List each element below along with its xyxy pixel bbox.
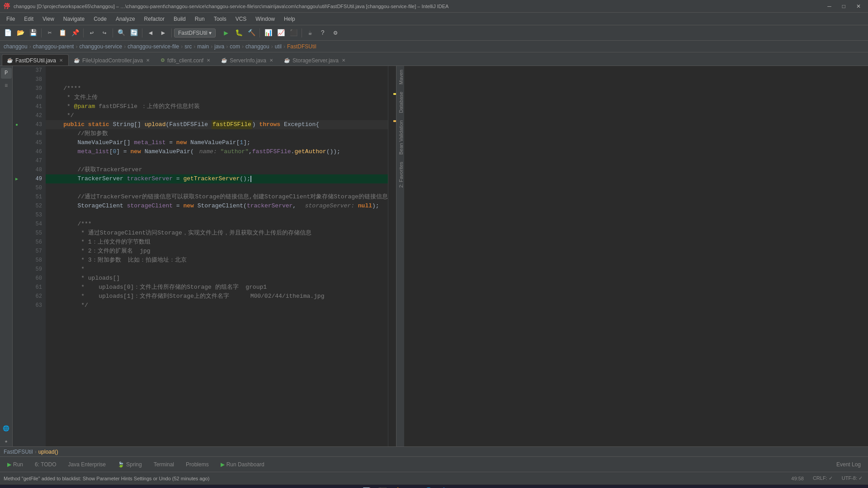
breadcrumb-java[interactable]: java: [214, 43, 224, 50]
breadcrumb-main[interactable]: main: [197, 43, 209, 50]
bean-validation-panel[interactable]: Bean Validation: [396, 117, 404, 158]
breadcrumb-bottom-upload[interactable]: upload(): [38, 449, 58, 455]
breadcrumb-com[interactable]: com: [230, 43, 240, 50]
taskbar-browser[interactable]: 🌐: [421, 485, 436, 488]
run-tab[interactable]: ▶ Run: [2, 460, 28, 469]
scroll-indicator[interactable]: [388, 66, 396, 446]
taskbar-apps: ● ● 📁 📝 ⬛ 🔶 ■ 🌐 🔷: [15, 485, 749, 488]
debug-button[interactable]: 🐛: [233, 27, 245, 39]
search-button[interactable]: 🔍: [115, 27, 127, 39]
tab-close-fileupload[interactable]: ✕: [145, 57, 151, 63]
new-file-button[interactable]: 📄: [2, 27, 14, 39]
minimize-button[interactable]: ─: [824, 2, 835, 10]
comment-start: /****: [49, 84, 81, 93]
stop-button[interactable]: ⬛: [288, 27, 299, 39]
menu-edit[interactable]: Edit: [19, 14, 38, 24]
close-button[interactable]: ✕: [853, 2, 864, 10]
project-icon[interactable]: P: [1, 68, 12, 79]
breadcrumb-bottom-fastdfs[interactable]: FastDFSUtil: [4, 449, 33, 455]
window-controls[interactable]: ─ □ ✕: [824, 2, 864, 10]
sdk-button[interactable]: ☕: [304, 27, 316, 39]
position-indicator[interactable]: 49:58: [789, 475, 806, 482]
breadcrumb-changgou2[interactable]: changgou: [245, 43, 269, 50]
start-button[interactable]: ⊞: [2, 485, 15, 488]
menu-tools[interactable]: Tools: [209, 14, 231, 24]
tab-close-server[interactable]: ✕: [269, 57, 274, 63]
undo-button[interactable]: ↩: [86, 27, 98, 39]
save-button[interactable]: 💾: [27, 27, 39, 39]
breadcrumb-fastdfs[interactable]: FastDFSUtil: [287, 43, 316, 50]
breadcrumb-service[interactable]: changgou-service: [79, 43, 122, 50]
copy-button[interactable]: 📋: [57, 27, 68, 39]
linenum-39: 39: [21, 84, 42, 93]
menu-refactor[interactable]: Refactor: [140, 14, 169, 24]
linenum-45: 45: [21, 138, 42, 147]
event-log-tab[interactable]: Event Log: [831, 460, 866, 469]
gutter-57: [13, 247, 21, 256]
menu-window[interactable]: Window: [251, 14, 279, 24]
menu-navigate[interactable]: Navigate: [59, 14, 89, 24]
crlf-indicator[interactable]: CRLF: ✓: [811, 474, 835, 482]
menu-run[interactable]: Run: [190, 14, 209, 24]
database-panel[interactable]: Database: [396, 88, 404, 117]
menu-file[interactable]: File: [2, 14, 19, 24]
structure-icon[interactable]: ≡: [1, 80, 12, 91]
open-button[interactable]: 📂: [14, 27, 26, 39]
taskbar-app8[interactable]: 🔷: [437, 485, 451, 488]
forward-button[interactable]: ▶: [157, 27, 169, 39]
terminal-tab[interactable]: Terminal: [148, 460, 179, 469]
build-button[interactable]: 🔨: [245, 27, 257, 39]
bracket-45c: ];: [243, 138, 250, 147]
tab-serverinfo[interactable]: ☕ ServerInfo.java ✕: [216, 54, 279, 66]
tab-close-fdfs[interactable]: ✕: [206, 57, 211, 63]
settings-button[interactable]: ⚙: [330, 27, 341, 39]
breadcrumb-parent[interactable]: changgou-parent: [33, 43, 74, 50]
java-enterprise-tab[interactable]: Java Enterprise: [63, 460, 111, 469]
favorites-panel[interactable]: 2: Favorites: [396, 158, 404, 191]
run-config-dropdown[interactable]: FastDFSUtil ▾: [174, 28, 216, 38]
menu-help[interactable]: Help: [279, 14, 300, 24]
menu-analyze[interactable]: Analyze: [111, 14, 140, 24]
replace-button[interactable]: 🔄: [128, 27, 140, 39]
help-button[interactable]: ?: [317, 27, 329, 39]
taskbar-chrome[interactable]: ●: [329, 485, 344, 488]
taskbar-search[interactable]: ●: [314, 485, 328, 488]
web-icon[interactable]: 🌐: [1, 423, 12, 434]
tab-fastdfsutil[interactable]: ☕ FastDFSUtil.java ✕: [2, 54, 69, 66]
breadcrumb-service-file[interactable]: changgou-service-file: [127, 43, 179, 50]
tab-fileupload[interactable]: ☕ FileUploadController.java ✕: [69, 54, 156, 66]
maximize-button[interactable]: □: [839, 2, 849, 10]
problems-tab[interactable]: Problems: [180, 460, 214, 469]
taskbar-cmd[interactable]: ■: [406, 485, 420, 488]
run-button[interactable]: ▶: [220, 27, 232, 39]
cut-button[interactable]: ✂: [44, 27, 56, 39]
run-dashboard-tab[interactable]: ▶ Run Dashboard: [215, 460, 270, 469]
tab-fdfs[interactable]: ⚙ fdfs_client.conf ✕: [156, 54, 216, 66]
paste-button[interactable]: 📌: [69, 27, 81, 39]
menu-vcs[interactable]: VCS: [231, 14, 251, 24]
breadcrumb-util[interactable]: util: [275, 43, 282, 50]
taskbar-git[interactable]: 🔶: [391, 485, 405, 488]
gutter-53: [13, 211, 21, 220]
spring-tab[interactable]: 🍃 Spring: [112, 460, 147, 469]
todo-tab[interactable]: 6: TODO: [29, 460, 62, 469]
encoding-indicator[interactable]: UTF-8: ✓: [840, 474, 864, 482]
code-area[interactable]: /**** * 文件上传 * @param fastDFSFile ：上传的文件…: [46, 66, 388, 446]
profile-button[interactable]: 📈: [275, 27, 287, 39]
tab-close-fastdfs[interactable]: ✕: [58, 57, 64, 63]
coverage-button[interactable]: 📊: [262, 27, 274, 39]
redo-button[interactable]: ↪: [99, 27, 110, 39]
tab-storageserver[interactable]: ☕ StorageServer.java ✕: [279, 54, 351, 66]
menu-build[interactable]: Build: [169, 14, 190, 24]
tab-close-storage[interactable]: ✕: [341, 57, 346, 63]
taskbar-notepad[interactable]: 📝: [360, 485, 374, 488]
taskbar-idea[interactable]: ⬛: [375, 485, 390, 488]
breadcrumb-src[interactable]: src: [184, 43, 192, 50]
taskbar-explorer[interactable]: 📁: [344, 485, 359, 488]
menu-view[interactable]: View: [38, 14, 59, 24]
favorites-icon[interactable]: ★: [1, 436, 12, 446]
breadcrumb-changgou[interactable]: changgou: [4, 43, 28, 50]
menu-code[interactable]: Code: [89, 14, 111, 24]
back-button[interactable]: ◀: [145, 27, 156, 39]
maven-panel[interactable]: Maven: [396, 66, 404, 88]
